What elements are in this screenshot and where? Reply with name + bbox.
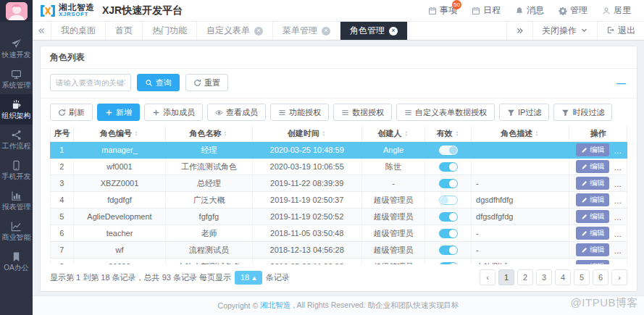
add-member-button[interactable]: 添加成员 (144, 104, 203, 121)
tab-custom-form[interactable]: 自定义表单× (197, 22, 273, 40)
edit-button[interactable]: 编辑 (576, 160, 609, 173)
enabled-toggle[interactable] (439, 196, 458, 205)
cell-created-time: 2020-03-25 10:48:59 (252, 142, 361, 159)
user-avatar[interactable] (6, 2, 28, 20)
column-header-enabled[interactable]: 有效 (425, 126, 472, 142)
edit-button[interactable]: 编辑 (576, 227, 609, 240)
cell-index: 4 (51, 192, 74, 209)
topbar-schedule[interactable]: 日程 (472, 4, 501, 17)
close-icon[interactable]: × (322, 27, 330, 35)
edit-button[interactable]: 编辑 (576, 177, 609, 190)
enabled-toggle[interactable] (439, 262, 458, 264)
sidebar-item-org-structure[interactable]: 组织架构 (0, 94, 33, 125)
tab-hot-functions[interactable]: 热门功能 (143, 22, 197, 40)
cell-actions: 编辑删除 (569, 175, 627, 192)
org-icon (11, 99, 22, 110)
sidebar-item-business-intel[interactable]: 商业智能 (0, 216, 33, 246)
exit-button[interactable]: 退出 (597, 22, 644, 40)
footer-brand-link[interactable]: 湘北智造 (260, 301, 290, 311)
page-button-1[interactable]: 1 (498, 269, 514, 285)
table-row[interactable]: 7wf流程测试员2018-12-13 04:56:28超级管理员-编辑删除 (51, 242, 627, 259)
toolbar-button-label: 刷新 (69, 107, 85, 118)
column-header-role-desc[interactable]: 角色描述 (472, 126, 569, 142)
sidebar-item-label: 报表管理 (2, 203, 31, 211)
sort-icon[interactable] (454, 130, 460, 139)
close-actions-dropdown[interactable]: 关闭操作 (532, 22, 597, 40)
sort-icon[interactable] (321, 130, 327, 139)
reset-button[interactable]: 重置 (185, 74, 228, 91)
pagination-summary-suffix: 条记录 (266, 272, 290, 283)
sidebar-item-mobile-dev[interactable]: 手机开发 (0, 155, 33, 185)
enabled-toggle[interactable] (439, 162, 458, 172)
enabled-toggle[interactable] (439, 179, 458, 188)
close-icon[interactable]: × (254, 27, 263, 35)
search-input[interactable] (50, 74, 131, 91)
sort-icon[interactable] (222, 130, 228, 139)
cell-enabled (425, 192, 472, 209)
close-icon[interactable]: × (389, 27, 398, 35)
column-header-created-time[interactable]: 创建时间 (252, 126, 361, 142)
page-button-4[interactable]: 4 (555, 269, 571, 285)
topbar-messages[interactable]: 消息 (515, 4, 544, 17)
calendar-icon (428, 7, 437, 15)
sidebar-item-quick-dev[interactable]: 快速开发 (0, 33, 33, 64)
tab-home[interactable]: 首页 (106, 22, 143, 40)
table-row[interactable]: 3XBZZ0001总经理2019-11-22 08:39:39--编辑删除 (51, 175, 627, 192)
tab-menu-mgmt[interactable]: 菜单管理× (273, 22, 340, 40)
page-size-dropdown[interactable]: 18 ▴ (235, 271, 262, 285)
column-header-role-name[interactable]: 角色名称 (166, 126, 252, 142)
table-row[interactable]: 2wf0001工作流测试角色2020-03-19 10:06:55陈世编辑删除 (51, 159, 627, 175)
edit-button[interactable]: 编辑 (576, 243, 609, 256)
cell-created-time: 2018-12-13 04:56:28 (252, 242, 361, 259)
edit-button[interactable]: 编辑 (576, 143, 609, 156)
custom-form-data-auth-button[interactable]: 自定义表单数据授权 (396, 104, 495, 121)
edit-button[interactable]: 编辑 (576, 193, 609, 206)
column-header-role-code[interactable]: 角色编号 (73, 126, 165, 142)
time-filter-button[interactable]: 时段过滤 (553, 104, 612, 121)
table-row[interactable]: 6teacher老师2018-11-05 03:50:48超级管理员-编辑删除 (51, 225, 627, 242)
topbar-admin[interactable]: 管理 (559, 4, 587, 17)
sidebar-item-report-mgmt[interactable]: 报表管理 (0, 185, 33, 216)
refresh-button[interactable]: 刷新 (50, 104, 93, 121)
sort-icon[interactable] (133, 130, 139, 139)
double-left-icon[interactable] (33, 22, 51, 40)
sidebar-item-system-mgmt[interactable]: 系统管理 (0, 64, 33, 94)
sort-icon[interactable] (534, 130, 540, 139)
table-row[interactable]: 1manager_经理2020-03-25 10:48:59Angle编辑删除 (51, 142, 627, 159)
add-new-button[interactable]: 新增 (97, 104, 140, 121)
enabled-toggle[interactable] (439, 245, 458, 255)
tab-label: 自定义表单 (206, 25, 250, 37)
topbar-tasks[interactable]: 事项50 (428, 4, 457, 17)
table-row[interactable]: 4fdgdfgf广泛大概2019-11-19 02:50:37超级管理员dgsd… (51, 192, 627, 209)
toggle-knob (449, 263, 457, 264)
double-right-icon[interactable] (506, 22, 532, 40)
refresh-icon (193, 79, 201, 87)
column-label: 序号 (54, 129, 70, 138)
enabled-toggle[interactable] (439, 212, 458, 222)
panel-collapse-button[interactable]: — (616, 77, 627, 88)
enabled-toggle[interactable] (439, 229, 458, 238)
sidebar-item-oa-office[interactable]: OA办公 (0, 246, 33, 277)
tab-role-mgmt[interactable]: 角色管理× (340, 22, 408, 40)
page-button-5[interactable]: 5 (574, 269, 590, 285)
next-page-button[interactable]: › (611, 269, 627, 285)
enabled-toggle[interactable] (439, 146, 458, 155)
column-header-index: 序号 (51, 126, 74, 142)
topbar-user[interactable]: 居里 (602, 4, 631, 17)
tab-my-desktop[interactable]: 我的桌面 (51, 22, 106, 40)
page-button-6[interactable]: 6 (593, 269, 609, 285)
sort-icon[interactable] (403, 130, 409, 139)
table-row[interactable]: 899999力软内部测试角色2016-05-23 11:00:33超级管理员力软… (51, 259, 627, 265)
sidebar-item-workflow[interactable]: 工作流程 (0, 125, 33, 155)
table-row[interactable]: 5AglieDevelopmentfgfgfg2019-11-19 02:50:… (51, 209, 627, 225)
prev-page-button[interactable]: ‹ (480, 269, 495, 285)
ip-filter-button[interactable]: IP过滤 (499, 104, 549, 121)
search-button[interactable]: 查询 (137, 74, 180, 91)
function-auth-button[interactable]: 功能授权 (270, 104, 329, 121)
page-button-3[interactable]: 3 (536, 269, 552, 285)
column-header-creator[interactable]: 创建人 (361, 126, 425, 142)
page-button-2[interactable]: 2 (517, 269, 533, 285)
data-auth-button[interactable]: 数据授权 (333, 104, 392, 121)
view-member-button[interactable]: 查看成员 (207, 104, 266, 121)
edit-button[interactable]: 编辑 (576, 210, 609, 223)
